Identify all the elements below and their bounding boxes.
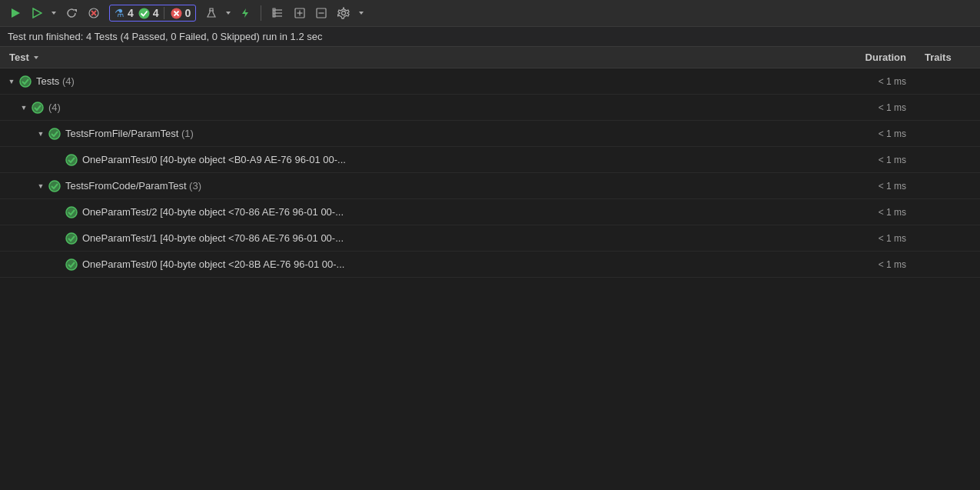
- row-duration: < 1 ms: [788, 76, 919, 87]
- run-selected-button[interactable]: [28, 5, 46, 21]
- row-main-cell: OneParamTest/0 [40-byte object <B0-A9 AE…: [0, 151, 788, 169]
- row-label: OneParamTest/0 [40-byte object <20-8B AE…: [82, 258, 344, 270]
- expand-all-button[interactable]: [291, 5, 309, 21]
- svg-marker-13: [226, 12, 231, 15]
- expand-arrow[interactable]: [6, 76, 17, 87]
- status-icon: [48, 128, 61, 140]
- row-label: OneParamTest/2 [40-byte object <70-86 AE…: [82, 206, 344, 218]
- sort-icon: [32, 54, 40, 62]
- settings-icon: [337, 7, 350, 19]
- run-dropdown-button[interactable]: [49, 8, 58, 18]
- list-view-button[interactable]: [267, 5, 287, 21]
- traits-column-header[interactable]: Traits: [919, 52, 980, 63]
- status-icon: [32, 102, 44, 114]
- passed-count: 4: [153, 7, 159, 19]
- live-test-button[interactable]: [236, 5, 254, 21]
- table-row[interactable]: Tests (4)< 1 ms: [0, 68, 980, 95]
- table-row[interactable]: OneParamTest/0 [40-byte object <B0-A9 AE…: [0, 147, 980, 173]
- filter-dropdown-button[interactable]: [224, 8, 233, 18]
- svg-marker-14: [242, 8, 248, 18]
- bolt-icon: [240, 8, 251, 18]
- row-label: TestsFromFile/ParamTest (1): [65, 128, 194, 139]
- svg-point-8: [138, 8, 149, 18]
- stop-button[interactable]: [85, 5, 103, 21]
- table-row[interactable]: TestsFromFile/ParamTest (1)< 1 ms: [0, 121, 980, 147]
- table-row[interactable]: (4)< 1 ms: [0, 95, 980, 121]
- row-label: Tests (4): [36, 75, 75, 87]
- toolbar: ⚗ 4 4 0: [0, 0, 980, 27]
- expand-arrow[interactable]: [35, 128, 46, 139]
- row-label: TestsFromCode/ParamTest (3): [65, 180, 201, 192]
- svg-marker-0: [12, 8, 20, 18]
- passed-icon: [138, 8, 150, 19]
- svg-marker-28: [34, 56, 38, 59]
- row-duration: < 1 ms: [788, 259, 919, 270]
- status-icon: [48, 180, 61, 192]
- passed-counter: 4: [138, 7, 164, 19]
- failed-counter: 0: [169, 7, 191, 19]
- status-icon: [19, 75, 32, 88]
- failed-icon: [171, 8, 182, 19]
- row-label: (4): [48, 102, 61, 113]
- row-duration: < 1 ms: [788, 181, 919, 192]
- row-main-cell: TestsFromFile/ParamTest (1): [0, 125, 788, 143]
- row-main-cell: (4): [0, 98, 788, 117]
- traits-column-label: Traits: [925, 52, 952, 63]
- row-main-cell: OneParamTest/2 [40-byte object <70-86 AE…: [0, 203, 788, 222]
- table-row[interactable]: TestsFromCode/ParamTest (3)< 1 ms: [0, 173, 980, 199]
- row-duration: < 1 ms: [788, 155, 919, 165]
- row-count: (4): [48, 102, 61, 113]
- status-icon: [65, 232, 78, 245]
- filter-button[interactable]: [202, 5, 221, 21]
- status-bar: Test run finished: 4 Tests (4 Passed, 0 …: [0, 27, 980, 47]
- svg-marker-27: [359, 12, 364, 15]
- expand-icon: [294, 8, 305, 18]
- test-column-header[interactable]: Test: [0, 52, 788, 63]
- table-header: Test Duration Traits: [0, 47, 980, 68]
- row-main-cell: Tests (4): [0, 72, 788, 91]
- table-row[interactable]: OneParamTest/1 [40-byte object <70-86 AE…: [0, 225, 980, 252]
- row-count: (1): [181, 128, 194, 139]
- row-count: (4): [62, 75, 75, 87]
- status-icon: [65, 206, 78, 218]
- expand-arrow[interactable]: [18, 102, 29, 113]
- row-main-cell: OneParamTest/0 [40-byte object <20-8B AE…: [0, 255, 788, 274]
- list-icon: [271, 8, 284, 18]
- row-label: OneParamTest/0 [40-byte object <B0-A9 AE…: [82, 154, 346, 165]
- row-main-cell: OneParamTest/1 [40-byte object <70-86 AE…: [0, 229, 788, 248]
- separator-1: [261, 5, 261, 21]
- status-icon: [65, 154, 78, 166]
- rerun-button[interactable]: [61, 5, 81, 22]
- svg-point-26: [342, 12, 346, 15]
- svg-marker-1: [33, 8, 42, 18]
- status-text: Test run finished: 4 Tests (4 Passed, 0 …: [8, 31, 322, 42]
- row-main-cell: TestsFromCode/ParamTest (3): [0, 177, 788, 195]
- status-icon: [65, 258, 78, 271]
- test-tree: Tests (4)< 1 ms (4)< 1 msTestsFromFile/P…: [0, 68, 980, 278]
- table-row[interactable]: OneParamTest/0 [40-byte object <20-8B AE…: [0, 252, 980, 278]
- settings-button[interactable]: [334, 5, 354, 22]
- settings-dropdown-button[interactable]: [357, 8, 366, 18]
- collapse-icon: [316, 8, 327, 18]
- svg-marker-2: [51, 12, 56, 15]
- expand-arrow[interactable]: [35, 181, 46, 192]
- filter-flask-icon: [206, 8, 217, 18]
- counter-group: ⚗ 4 4 0: [109, 5, 196, 22]
- table-row[interactable]: OneParamTest/2 [40-byte object <70-86 AE…: [0, 199, 980, 225]
- flask-icon: ⚗: [115, 7, 125, 19]
- row-label: OneParamTest/1 [40-byte object <70-86 AE…: [82, 232, 344, 244]
- duration-column-label: Duration: [865, 52, 906, 63]
- run-all-button[interactable]: [6, 5, 25, 21]
- row-duration: < 1 ms: [788, 207, 919, 218]
- failed-count: 0: [185, 7, 191, 19]
- collapse-all-button[interactable]: [312, 5, 331, 21]
- row-duration: < 1 ms: [788, 128, 919, 139]
- row-duration: < 1 ms: [788, 233, 919, 244]
- row-count: (3): [189, 180, 201, 192]
- duration-column-header[interactable]: Duration: [788, 52, 919, 63]
- total-counter: ⚗ 4: [115, 7, 134, 19]
- row-duration: < 1 ms: [788, 102, 919, 113]
- test-column-label: Test: [9, 52, 29, 63]
- total-count: 4: [128, 7, 134, 19]
